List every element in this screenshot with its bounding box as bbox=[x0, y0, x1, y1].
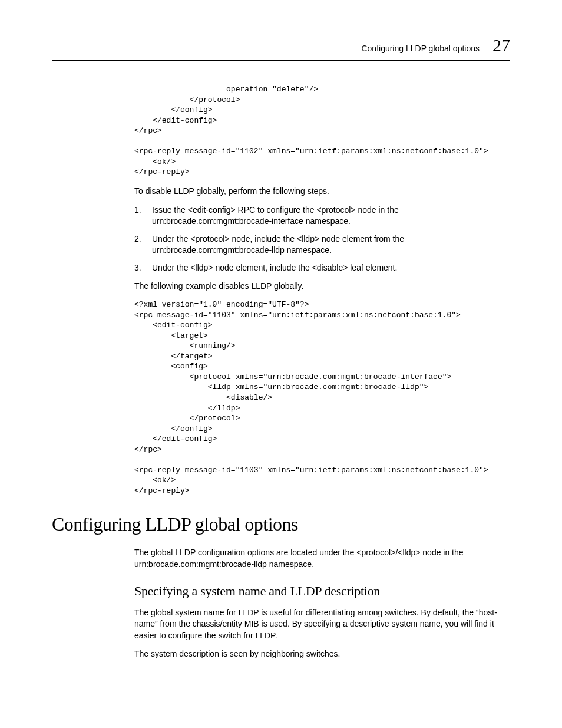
step-item: 1. Issue the <edit-config> RPC to config… bbox=[134, 205, 510, 228]
intro-text: To disable LLDP globally, perform the fo… bbox=[134, 186, 510, 197]
section-heading-1: Configuring LLDP global options bbox=[52, 513, 510, 535]
section-para-3: The system description is seen by neighb… bbox=[134, 648, 510, 660]
step-text: Issue the <edit-config> RPC to configure… bbox=[152, 205, 510, 228]
chapter-number: 27 bbox=[492, 35, 510, 55]
section-para-2: The global system name for LLDP is usefu… bbox=[134, 607, 510, 642]
step-number: 3. bbox=[134, 262, 144, 274]
step-item: 3. Under the <lldp> node element, includ… bbox=[134, 262, 510, 274]
code-block-example: <?xml version="1.0" encoding="UTF-8"?> <… bbox=[134, 299, 510, 496]
step-item: 2. Under the <protocol> node, include th… bbox=[134, 233, 510, 256]
section-para-1: The global LLDP configuration options ar… bbox=[134, 547, 510, 570]
step-text: Under the <lldp> node element, include t… bbox=[152, 262, 397, 274]
section-body: The global LLDP configuration options ar… bbox=[134, 547, 510, 660]
header-title: Configuring LLDP global options bbox=[361, 44, 480, 53]
header-rule bbox=[52, 60, 510, 61]
example-intro: The following example disables LLDP glob… bbox=[134, 281, 510, 292]
step-number: 2. bbox=[134, 233, 144, 256]
steps-list: 1. Issue the <edit-config> RPC to config… bbox=[134, 205, 510, 274]
step-text: Under the <protocol> node, include the <… bbox=[152, 233, 510, 256]
page: Configuring LLDP global options 27 opera… bbox=[0, 0, 562, 703]
page-header: Configuring LLDP global options 27 bbox=[52, 35, 510, 55]
content-indent: operation="delete"/> </protocol> </confi… bbox=[134, 84, 510, 496]
code-block-top: operation="delete"/> </protocol> </confi… bbox=[134, 84, 510, 177]
step-number: 1. bbox=[134, 205, 144, 228]
section-heading-2: Specifying a system name and LLDP descri… bbox=[134, 584, 510, 599]
